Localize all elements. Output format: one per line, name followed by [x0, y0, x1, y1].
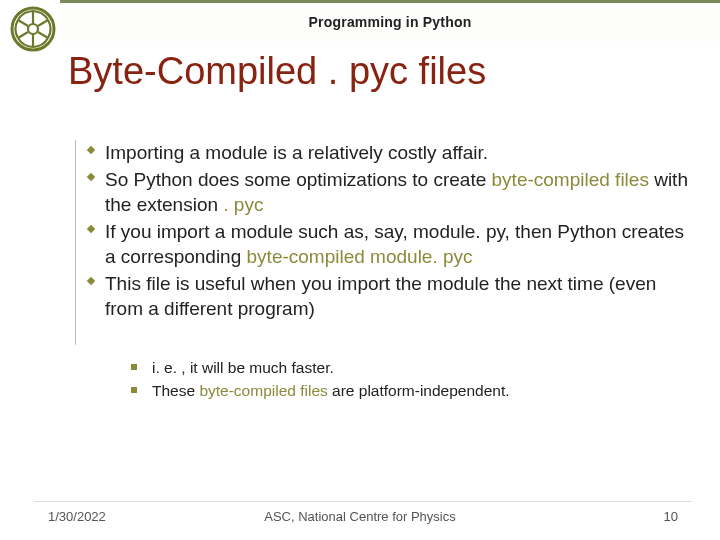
footer: 1/30/2022 ASC, National Centre for Physi…: [0, 506, 720, 526]
bullet-text: i. e. , it will be much faster.: [152, 358, 690, 379]
bullet-icon: [85, 219, 105, 269]
footer-center: ASC, National Centre for Physics: [0, 509, 720, 524]
bullet-icon: [85, 140, 105, 165]
bullet-text: This file is useful when you import the …: [105, 271, 690, 321]
list-item: So Python does some optimizations to cre…: [85, 167, 690, 217]
bullet-icon: [85, 167, 105, 217]
list-item: i. e. , it will be much faster.: [130, 358, 690, 379]
slide: Programming in Python Byte-Compiled . py…: [0, 0, 720, 540]
bullet-text: If you import a module such as, say, mod…: [105, 219, 690, 269]
bullet-text: These byte-compiled files are platform-i…: [152, 381, 690, 402]
list-item: These byte-compiled files are platform-i…: [130, 381, 690, 402]
bullet-text: So Python does some optimizations to cre…: [105, 167, 690, 217]
svg-rect-4: [87, 225, 95, 233]
footer-divider: [34, 501, 692, 502]
bullet-icon: [130, 381, 152, 402]
main-bullet-list: Importing a module is a relatively costl…: [85, 140, 690, 324]
header-subtitle: Programming in Python: [309, 14, 472, 30]
bullet-text: Importing a module is a relatively costl…: [105, 140, 690, 165]
svg-rect-7: [131, 387, 137, 393]
list-item: If you import a module such as, say, mod…: [85, 219, 690, 269]
logo-icon: [10, 6, 56, 52]
list-item: This file is useful when you import the …: [85, 271, 690, 321]
svg-rect-2: [87, 146, 95, 154]
header-bar: Programming in Python: [60, 3, 720, 41]
bullet-icon: [130, 358, 152, 379]
svg-point-1: [28, 24, 38, 34]
list-item: Importing a module is a relatively costl…: [85, 140, 690, 165]
svg-rect-3: [87, 173, 95, 181]
svg-rect-6: [131, 364, 137, 370]
vertical-divider: [75, 140, 76, 345]
sub-bullet-list: i. e. , it will be much faster. These by…: [130, 358, 690, 404]
bullet-icon: [85, 271, 105, 321]
svg-rect-5: [87, 277, 95, 285]
slide-title: Byte-Compiled . pyc files: [68, 50, 486, 93]
footer-page-number: 10: [664, 509, 678, 524]
